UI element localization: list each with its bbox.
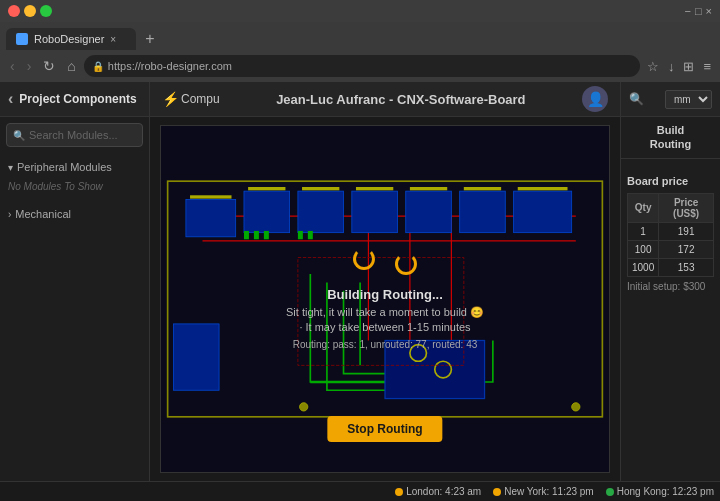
browser-addressbar: ‹ › ↻ ⌂ 🔒 https://robo-designer.com ☆ ↓ … <box>0 50 720 82</box>
svg-rect-17 <box>254 231 259 239</box>
stop-routing-button[interactable]: Stop Routing <box>327 416 442 442</box>
routing-spinner <box>286 248 484 275</box>
routing-subtitle1: Sit tight, it will take a moment to buil… <box>286 306 484 319</box>
routing-subtitle2: · It may take between 1-15 minutes <box>286 321 484 333</box>
svg-rect-5 <box>352 191 398 232</box>
home-button[interactable]: ⌂ <box>63 56 79 76</box>
app-container: ‹ Project Components 🔍 Search Modules...… <box>0 82 720 481</box>
routing-title: Building Routing... <box>286 287 484 302</box>
peripheral-modules-section: ▾ Peripheral Modules No Modules To Show <box>0 153 149 200</box>
build-routing-label[interactable]: BuildRouting <box>621 117 720 159</box>
price-column-header: Price (US$) <box>659 193 714 222</box>
svg-rect-12 <box>356 187 393 190</box>
svg-rect-9 <box>190 195 231 198</box>
peripheral-modules-content: No Modules To Show <box>0 177 149 196</box>
forward-nav-button[interactable]: › <box>23 56 36 76</box>
svg-rect-18 <box>264 231 269 239</box>
sidebar-header: ‹ Project Components <box>0 82 149 117</box>
build-routing-text: BuildRouting <box>625 123 716 152</box>
right-panel-header: 🔍 mm <box>621 82 720 117</box>
spinner-circle-2 <box>395 253 417 275</box>
qty-cell: 100 <box>628 240 659 258</box>
search-placeholder: Search Modules... <box>29 129 118 141</box>
app-header: ⚡ Compu Jean-Luc Aufranc - CNX-Software-… <box>150 82 620 117</box>
svg-rect-4 <box>298 191 344 232</box>
price-table-row: 1000153 <box>628 258 714 276</box>
sidebar-back-button[interactable]: ‹ <box>8 90 13 108</box>
pcb-canvas[interactable]: Building Routing... Sit tight, it will t… <box>160 125 610 473</box>
titlebar-right: −□× <box>684 5 712 17</box>
svg-rect-19 <box>298 231 303 239</box>
svg-rect-7 <box>460 191 506 232</box>
tab-close-icon[interactable]: × <box>110 34 116 45</box>
peripheral-modules-header[interactable]: ▾ Peripheral Modules <box>0 157 149 177</box>
window-controls <box>8 5 52 17</box>
hongkong-status: Hong Kong: 12:23 pm <box>606 486 714 497</box>
tab-label: RoboDesigner <box>34 33 104 45</box>
sidebar: ‹ Project Components 🔍 Search Modules...… <box>0 82 150 481</box>
pcb-area: Building Routing... Sit tight, it will t… <box>150 117 620 481</box>
svg-point-25 <box>300 403 308 411</box>
project-title: Jean-Luc Aufranc - CNX-Software-Board <box>276 92 525 107</box>
logo-icon: ⚡ <box>162 91 179 107</box>
peripheral-modules-label: Peripheral Modules <box>17 161 112 173</box>
right-panel: 🔍 mm BuildRouting Board price Qty Price … <box>620 82 720 481</box>
svg-point-26 <box>572 403 580 411</box>
qty-cell: 1 <box>628 222 659 240</box>
routing-status: Routing: pass: 1, unrouted: 77, routed: … <box>286 339 484 350</box>
search-icon: 🔍 <box>13 130 25 141</box>
sidebar-search-box[interactable]: 🔍 Search Modules... <box>6 123 143 147</box>
svg-rect-15 <box>518 187 568 190</box>
close-button[interactable] <box>8 5 20 17</box>
svg-rect-10 <box>248 187 285 190</box>
newyork-dot <box>493 488 501 496</box>
sidebar-title: Project Components <box>19 92 141 106</box>
reload-button[interactable]: ↻ <box>39 56 59 76</box>
active-tab[interactable]: RoboDesigner × <box>6 28 136 50</box>
svg-rect-13 <box>410 187 447 190</box>
svg-rect-22 <box>173 324 219 390</box>
svg-rect-8 <box>514 191 572 232</box>
unit-select[interactable]: mm <box>665 90 712 109</box>
tab-favicon <box>16 33 28 45</box>
svg-rect-16 <box>244 231 249 239</box>
hongkong-dot <box>606 488 614 496</box>
london-dot <box>395 488 403 496</box>
maximize-button[interactable] <box>40 5 52 17</box>
logo-text: Compu <box>181 92 220 106</box>
panel-search-icon[interactable]: 🔍 <box>629 92 644 106</box>
london-time: London: 4:23 am <box>406 486 481 497</box>
svg-rect-6 <box>406 191 452 232</box>
back-nav-button[interactable]: ‹ <box>6 56 19 76</box>
address-box[interactable]: 🔒 https://robo-designer.com <box>84 55 640 77</box>
spinner-circle-1 <box>353 248 375 270</box>
user-avatar[interactable]: 👤 <box>582 86 608 112</box>
board-price-section: Board price Qty Price (US$) 119110017210… <box>621 167 720 300</box>
new-tab-button[interactable]: + <box>140 28 160 50</box>
browser-tabs: RoboDesigner × + <box>0 22 720 50</box>
address-url: https://robo-designer.com <box>108 60 232 72</box>
qty-cell: 1000 <box>628 258 659 276</box>
app-logo: ⚡ Compu <box>162 91 220 107</box>
minimize-button[interactable] <box>24 5 36 17</box>
svg-rect-14 <box>464 187 501 190</box>
section-arrow-icon: › <box>8 209 11 220</box>
board-setup-note: Initial setup: $300 <box>627 281 714 292</box>
mechanical-label: Mechanical <box>15 208 71 220</box>
price-table-row: 100172 <box>628 240 714 258</box>
svg-rect-11 <box>302 187 339 190</box>
main-area: ⚡ Compu Jean-Luc Aufranc - CNX-Software-… <box>150 82 620 481</box>
mechanical-header[interactable]: › Mechanical <box>0 204 149 224</box>
section-arrow-icon: ▾ <box>8 162 13 173</box>
qty-column-header: Qty <box>628 193 659 222</box>
status-bar: London: 4:23 am New York: 11:23 pm Hong … <box>0 481 720 501</box>
svg-rect-2 <box>186 199 236 236</box>
bookmark-icon[interactable]: ☆ <box>644 57 662 76</box>
newyork-status: New York: 11:23 pm <box>493 486 594 497</box>
browser-titlebar: −□× <box>0 0 720 22</box>
extension-icon[interactable]: ⊞ <box>680 57 697 76</box>
price-cell: 172 <box>659 240 714 258</box>
menu-icon[interactable]: ≡ <box>700 57 714 76</box>
download-icon[interactable]: ↓ <box>665 57 678 76</box>
svg-rect-20 <box>308 231 313 239</box>
